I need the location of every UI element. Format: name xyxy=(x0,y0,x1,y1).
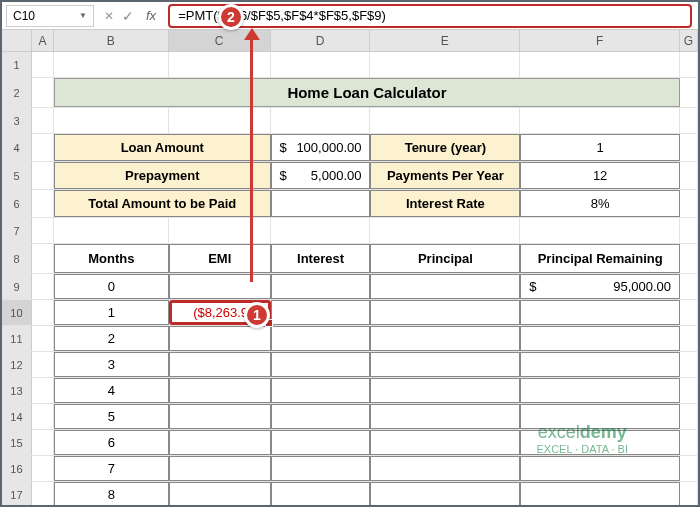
row-3: 3 xyxy=(2,108,698,134)
select-all-corner[interactable] xyxy=(2,30,32,51)
cancel-icon[interactable]: ✕ xyxy=(104,9,114,23)
cell-month-3[interactable]: 3 xyxy=(54,352,169,377)
value-ppy[interactable]: 12 xyxy=(520,162,680,189)
label-prepayment[interactable]: Prepayment xyxy=(54,162,271,189)
row-header[interactable]: 8 xyxy=(2,244,32,273)
cell-month-7[interactable]: 7 xyxy=(54,456,169,481)
col-header-g[interactable]: G xyxy=(680,30,698,51)
cell-remain-0[interactable]: $95,000.00 xyxy=(520,274,680,299)
header-principal[interactable]: Principal xyxy=(370,244,520,273)
col-header-d[interactable]: D xyxy=(271,30,371,51)
column-headers: A B C D E F G xyxy=(2,30,698,52)
fx-icon[interactable]: fx xyxy=(142,8,160,23)
row-1: 1 xyxy=(2,52,698,78)
formula-buttons: ✕ ✓ fx xyxy=(98,8,166,24)
cell-month-5[interactable]: 5 xyxy=(54,404,169,429)
header-months[interactable]: Months xyxy=(54,244,169,273)
formula-input[interactable]: =PMT($F$6/$F$5,$F$4*$F$5,$F$9) xyxy=(168,4,692,28)
row-header[interactable]: 10 xyxy=(2,300,32,325)
row-11: 11 2 xyxy=(2,326,698,352)
row-17: 17 8 xyxy=(2,482,698,507)
row-header[interactable]: 5 xyxy=(2,162,32,189)
row-header[interactable]: 14 xyxy=(2,404,32,429)
row-12: 12 3 xyxy=(2,352,698,378)
row-16: 16 7 xyxy=(2,456,698,482)
row-2: 2 Home Loan Calculator xyxy=(2,78,698,108)
row-9: 9 0 $95,000.00 xyxy=(2,274,698,300)
row-header[interactable]: 15 xyxy=(2,430,32,455)
row-header[interactable]: 11 xyxy=(2,326,32,351)
value-prepayment[interactable]: $5,000.00 xyxy=(271,162,371,189)
row-header[interactable]: 1 xyxy=(2,52,32,77)
row-header[interactable]: 3 xyxy=(2,108,32,133)
col-header-a[interactable]: A xyxy=(32,30,54,51)
row-10: 10 1 ($8,263.90) xyxy=(2,300,698,326)
cell-month-8[interactable]: 8 xyxy=(54,482,169,507)
row-header[interactable]: 17 xyxy=(2,482,32,507)
callout-2: 2 xyxy=(218,4,244,30)
header-emi[interactable]: EMI xyxy=(169,244,271,273)
row-header[interactable]: 9 xyxy=(2,274,32,299)
col-header-b[interactable]: B xyxy=(54,30,169,51)
row-header[interactable]: 16 xyxy=(2,456,32,481)
row-13: 13 4 xyxy=(2,378,698,404)
chevron-down-icon[interactable]: ▼ xyxy=(79,11,87,20)
row-7: 7 xyxy=(2,218,698,244)
value-total-paid[interactable] xyxy=(271,190,371,217)
label-tenure[interactable]: Tenure (year) xyxy=(370,134,520,161)
cell-month-4[interactable]: 4 xyxy=(54,378,169,403)
cell-month-0[interactable]: 0 xyxy=(54,274,169,299)
callout-1: 1 xyxy=(244,302,270,328)
row-6: 6 Total Amount to be Paid Interest Rate … xyxy=(2,190,698,218)
formula-bar: C10 ▼ ✕ ✓ fx =PMT($F$6/$F$5,$F$4*$F$5,$F… xyxy=(2,2,698,30)
row-5: 5 Prepayment $5,000.00 Payments Per Year… xyxy=(2,162,698,190)
row-header[interactable]: 4 xyxy=(2,134,32,161)
row-header[interactable]: 12 xyxy=(2,352,32,377)
row-header[interactable]: 6 xyxy=(2,190,32,217)
cell-month-2[interactable]: 2 xyxy=(54,326,169,351)
value-rate[interactable]: 8% xyxy=(520,190,680,217)
header-remaining[interactable]: Principal Remaining xyxy=(520,244,680,273)
label-rate[interactable]: Interest Rate xyxy=(370,190,520,217)
col-header-e[interactable]: E xyxy=(370,30,520,51)
col-header-f[interactable]: F xyxy=(520,30,680,51)
row-8: 8 Months EMI Interest Principal Principa… xyxy=(2,244,698,274)
title-cell[interactable]: Home Loan Calculator xyxy=(54,78,680,107)
arrow-head-icon xyxy=(244,28,260,40)
row-header[interactable]: 2 xyxy=(2,78,32,107)
cell-reference: C10 xyxy=(13,9,35,23)
cell-reference-box[interactable]: C10 ▼ xyxy=(6,5,94,27)
row-header[interactable]: 13 xyxy=(2,378,32,403)
row-header[interactable]: 7 xyxy=(2,218,32,243)
watermark: exceldemy EXCEL · DATA · BI xyxy=(537,422,629,455)
cell-month-1[interactable]: 1 xyxy=(54,300,169,325)
row-4: 4 Loan Amount $100,000.00 Tenure (year) … xyxy=(2,134,698,162)
label-loan-amount[interactable]: Loan Amount xyxy=(54,134,271,161)
accept-icon[interactable]: ✓ xyxy=(122,8,134,24)
formula-text: =PMT($F$6/$F$5,$F$4*$F$5,$F$9) xyxy=(178,8,386,23)
label-ppy[interactable]: Payments Per Year xyxy=(370,162,520,189)
cell-month-6[interactable]: 6 xyxy=(54,430,169,455)
header-interest[interactable]: Interest xyxy=(271,244,371,273)
value-tenure[interactable]: 1 xyxy=(520,134,680,161)
value-loan-amount[interactable]: $100,000.00 xyxy=(271,134,371,161)
arrow-line xyxy=(250,32,253,282)
label-total-paid[interactable]: Total Amount to be Paid xyxy=(54,190,271,217)
